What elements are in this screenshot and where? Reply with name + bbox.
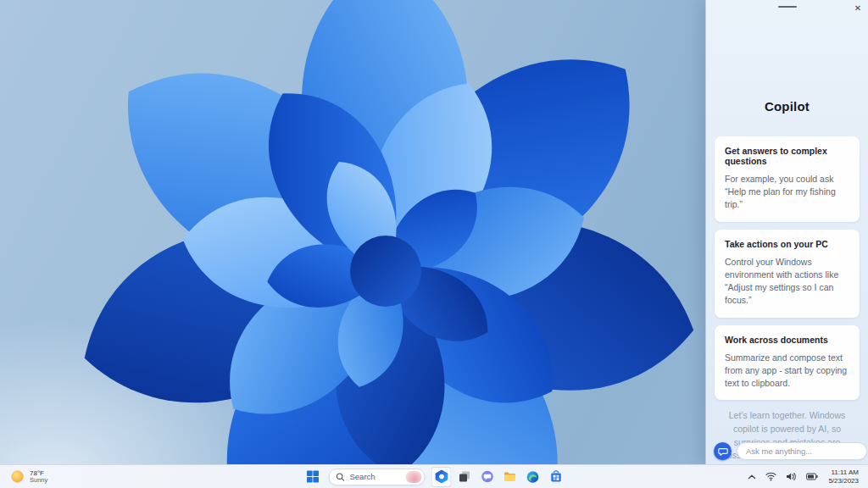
task-view-icon [458,470,470,483]
sun-icon [10,469,25,484]
clock-time: 11:11 AM [828,469,859,477]
taskbar-icon-chat[interactable] [477,467,498,487]
taskbar-icon-microsoft-store[interactable] [546,467,566,487]
copilot-chat-icon[interactable] [714,442,732,460]
search-daily-image-thumbnail [406,471,422,483]
folder-icon [504,470,517,484]
copilot-icon [434,469,448,484]
panel-title: Copilot [765,99,810,114]
copilot-panel: ✕ Copilot Get answers to complex questio… [705,0,868,464]
card-body: Control your Windows environment with ac… [725,256,849,308]
weather-widget[interactable]: 78°F Sunny [0,465,58,488]
taskbar-center: Search [303,465,566,488]
suggestion-card: Take actions on your PC Control your Win… [715,230,860,318]
search-icon [337,473,345,481]
bloom-wallpaper-graphic [0,0,705,464]
tray-chevron-up-icon[interactable] [746,472,758,482]
card-body: For example, you could ask “Help me plan… [725,173,849,212]
panel-drag-handle[interactable] [778,6,797,8]
wifi-icon[interactable] [764,470,778,483]
card-body: Summarize and compose text from any app … [725,352,849,391]
system-tray: 11:11 AM 5/23/2023 [746,465,868,488]
card-title: Get answers to complex questions [725,146,849,166]
card-title: Work across documents [725,335,849,345]
suggestion-card: Work across documents Summarize and comp… [715,325,860,401]
chat-input[interactable] [737,442,867,460]
taskbar-icon-task-view[interactable] [454,467,475,487]
taskbar-icon-edge[interactable] [523,467,543,487]
volume-icon[interactable] [784,470,798,483]
battery-icon[interactable] [804,471,820,482]
search-box[interactable]: Search [329,469,426,485]
suggestion-cards: Get answers to complex questions For exa… [706,136,868,400]
search-label: Search [350,472,401,481]
weather-text: 78°F Sunny [30,469,47,485]
taskbar: 78°F Sunny Search [0,464,868,488]
chat-icon [481,470,493,483]
suggestion-card: Get answers to complex questions For exa… [715,136,860,222]
store-icon [549,470,562,483]
weather-condition: Sunny [30,477,47,485]
card-title: Take actions on your PC [725,239,849,249]
start-button[interactable] [303,467,323,487]
close-icon[interactable]: ✕ [851,2,865,15]
taskbar-icon-copilot[interactable] [431,467,452,487]
clock[interactable]: 11:11 AM 5/23/2023 [826,469,859,485]
clock-date: 5/23/2023 [828,477,859,485]
chat-bar [706,442,868,460]
taskbar-icon-file-explorer[interactable] [500,467,520,487]
windows-logo-icon [306,470,319,483]
edge-icon [526,470,540,484]
